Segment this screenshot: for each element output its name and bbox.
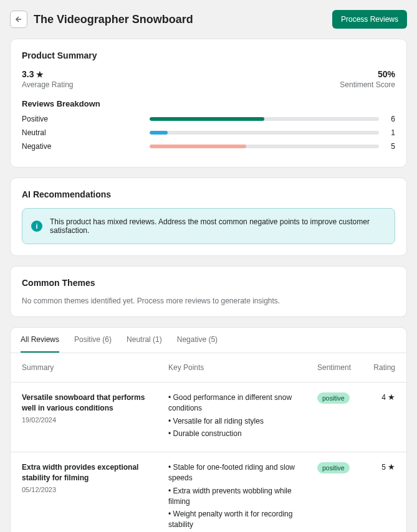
breakdown-label: Negative bbox=[22, 142, 143, 151]
arrow-left-icon bbox=[14, 15, 23, 24]
back-button[interactable] bbox=[10, 11, 27, 28]
summary-title: Product Summary bbox=[22, 50, 395, 60]
breakdown-label: Positive bbox=[22, 115, 143, 123]
page-title: The Videographer Snowboard bbox=[34, 13, 326, 26]
th-summary: Summary bbox=[22, 363, 168, 372]
banner-text: This product has mixed reviews. Address … bbox=[50, 217, 386, 235]
star-icon: ★ bbox=[36, 70, 44, 79]
recs-title: AI Recommendations bbox=[22, 189, 395, 199]
breakdown-count: 6 bbox=[385, 115, 395, 123]
breakdown-bar bbox=[150, 145, 379, 148]
breakdown-bar bbox=[150, 117, 379, 121]
tab-positive-[interactable]: Positive (6) bbox=[74, 328, 112, 353]
table-header: Summary Key Points Sentiment Rating bbox=[11, 353, 406, 382]
review-date: 19/02/2024 bbox=[22, 416, 160, 424]
breakdown-row: Neutral 1 bbox=[22, 128, 395, 137]
themes-title: Common Themes bbox=[22, 278, 395, 288]
breakdown-row: Positive 6 bbox=[22, 115, 395, 123]
th-key: Key Points bbox=[168, 363, 317, 372]
review-date: 05/12/2023 bbox=[22, 486, 160, 493]
star-icon: ★ bbox=[388, 392, 395, 402]
sentiment-badge: positive bbox=[317, 462, 350, 473]
breakdown-title: Reviews Breakdown bbox=[22, 99, 395, 108]
review-title: Extra width provides exceptional stabili… bbox=[22, 462, 160, 483]
common-themes-card: Common Themes No common themes identifie… bbox=[10, 266, 407, 317]
key-point: • Durable construction bbox=[168, 429, 309, 439]
avg-rating-label: Average Rating bbox=[22, 80, 74, 89]
table-row[interactable]: Extra width provides exceptional stabili… bbox=[11, 452, 406, 532]
th-rating: Rating bbox=[364, 363, 395, 372]
breakdown-label: Neutral bbox=[22, 128, 143, 137]
key-point: • Versatile for all riding styles bbox=[168, 416, 309, 427]
info-icon: i bbox=[31, 221, 42, 232]
sentiment-badge: positive bbox=[317, 392, 350, 404]
table-row[interactable]: Versatile snowboard that performs well i… bbox=[11, 382, 406, 452]
sentiment-score-value: 50% bbox=[340, 69, 395, 79]
key-point: • Good performance in different snow con… bbox=[168, 392, 309, 414]
ai-recommendations-card: AI Recommendations i This product has mi… bbox=[10, 178, 407, 256]
key-point: • Stable for one-footed riding and slow … bbox=[168, 462, 309, 483]
star-icon: ★ bbox=[388, 462, 395, 472]
sentiment-score-label: Sentiment Score bbox=[340, 80, 395, 89]
tab-neutral-[interactable]: Neutral (1) bbox=[127, 328, 162, 353]
breakdown-count: 5 bbox=[385, 142, 395, 151]
info-banner: i This product has mixed reviews. Addres… bbox=[22, 208, 395, 244]
review-title: Versatile snowboard that performs well i… bbox=[22, 392, 160, 414]
tabs: All ReviewsPositive (6)Neutral (1)Negati… bbox=[11, 328, 406, 353]
tab-all-reviews[interactable]: All Reviews bbox=[21, 328, 59, 353]
key-point: • Extra width prevents wobbling while fi… bbox=[168, 486, 309, 507]
tab-negative-[interactable]: Negative (5) bbox=[177, 328, 218, 353]
themes-text: No common themes identified yet. Process… bbox=[22, 297, 395, 305]
product-summary-card: Product Summary 3.3 ★ Average Rating 50%… bbox=[10, 39, 407, 168]
breakdown-row: Negative 5 bbox=[22, 142, 395, 151]
process-reviews-button[interactable]: Process Reviews bbox=[332, 10, 407, 29]
rating-value: 5★ bbox=[364, 462, 395, 472]
breakdown-bar bbox=[150, 131, 379, 135]
key-point: • Weight penalty worth it for recording … bbox=[168, 509, 309, 530]
th-sentiment: Sentiment bbox=[317, 363, 364, 372]
avg-rating-value: 3.3 ★ bbox=[22, 69, 74, 79]
reviews-card: All ReviewsPositive (6)Neutral (1)Negati… bbox=[10, 327, 407, 532]
breakdown-count: 1 bbox=[385, 128, 395, 137]
rating-value: 4★ bbox=[364, 392, 395, 402]
